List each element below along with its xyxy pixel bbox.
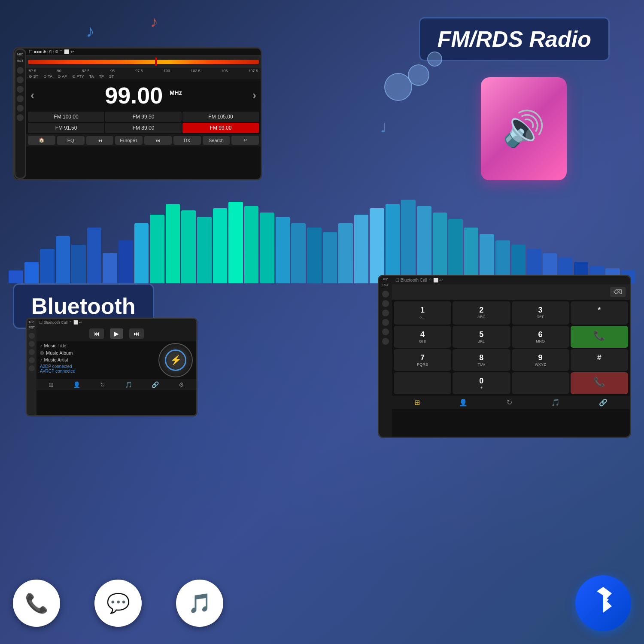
dialer-nav-recent[interactable]: ↻	[507, 398, 512, 407]
bt-track-info-panel: ♪ Music Title ◎ Music Album ♪ Music Arti…	[40, 343, 155, 377]
fm-preset-3[interactable]: FM 105.00	[182, 112, 259, 122]
fm-btn-next[interactable]: ⏭	[144, 136, 172, 145]
fm-bottom-controls: 🏠 EQ ⏮ Europe1 ⏭ DX Search ↩	[26, 134, 261, 146]
fm-btn-prev[interactable]: ⏮	[86, 136, 114, 145]
dialer-key-2[interactable]: 2 ABC	[453, 301, 510, 325]
dialer-key-hash[interactable]: #	[571, 349, 628, 371]
bt-next-button[interactable]: ⏭	[129, 328, 144, 339]
bt-status-icons: ☐ Bluetooth Call ⌃ ⬜ ↩	[39, 320, 82, 325]
dialer-screen: MIC RST ☐ Bluetooth Call ⌃ ⬜ ↩ ⌫ 1 ○＿ 2 …	[378, 275, 631, 438]
bt-nav-apps[interactable]: ⊞	[49, 381, 54, 388]
dialer-status-bar: ☐ Bluetooth Call ⌃ ⬜ ↩	[392, 276, 630, 284]
bt-track-title: Music Title	[44, 343, 67, 348]
eq-bar-12	[181, 210, 196, 283]
dialer-main-content: ☐ Bluetooth Call ⌃ ⬜ ↩ ⌫ 1 ○＿ 2 ABC 3 DE…	[392, 276, 630, 409]
dialer-key-7[interactable]: 7 PQRS	[394, 349, 451, 371]
dialer-key-1[interactable]: 1 ○＿	[394, 301, 451, 325]
phone-feature-icon[interactable]: 📞	[13, 580, 60, 627]
fm-side-icon-6[interactable]	[17, 114, 24, 121]
fm-btn-home[interactable]: 🏠	[28, 136, 55, 145]
dialer-side-icon-6[interactable]	[382, 338, 389, 345]
dialer-key-3[interactable]: 3 DEF	[512, 301, 569, 325]
message-feature-icon[interactable]: 💬	[94, 580, 142, 627]
fm-btn-dx[interactable]: DX	[173, 136, 201, 145]
fm-main-content: ☐ ■●■ ✱ 01:00 ⌃ ⬜ ↩ 87.5 90 92.5 95 97.5…	[26, 49, 261, 146]
fm-preset-1[interactable]: FM 100.00	[28, 112, 104, 122]
fm-prev-arrow[interactable]: ‹	[30, 88, 34, 102]
bt-artist-name: Music Artist	[44, 357, 68, 362]
fm-side-icon-3[interactable]	[17, 86, 24, 93]
dialer-key-5[interactable]: 5 JKL	[453, 326, 510, 348]
fm-tuner-bar[interactable]	[26, 55, 261, 68]
bt-side-rst: RST	[29, 326, 35, 329]
fm-side-mic: MIC	[17, 52, 24, 56]
fm-side-icon-5[interactable]	[17, 105, 24, 112]
bt-playback-controls: ⏮ ▶ ⏭	[36, 326, 196, 341]
bt-album-row: ◎ Music Album	[40, 350, 155, 355]
bt-album-name: Music Album	[46, 350, 73, 355]
fm-preset-4[interactable]: FM 91.50	[28, 123, 104, 133]
fm-status-bar: ☐ ■●■ ✱ 01:00 ⌃ ⬜ ↩	[26, 49, 261, 55]
bt-play-button[interactable]: ▶	[110, 328, 123, 339]
fm-rds-label: FM/RDS Radio	[419, 17, 610, 61]
eq-bar-15	[228, 202, 243, 283]
dialer-key-end[interactable]: 📞	[571, 372, 628, 394]
dialer-key-6[interactable]: 6 MNO	[512, 326, 569, 348]
fm-side-icon-4[interactable]	[17, 95, 24, 102]
boombox-decoration: 🔊	[481, 77, 567, 180]
fm-freq-markers: 87.5 90 92.5 95 97.5 100 102.5 105 107.5	[26, 68, 261, 73]
dialer-key-star[interactable]: *	[571, 301, 628, 325]
eq-bar-21	[323, 232, 337, 283]
fm-next-arrow[interactable]: ›	[252, 88, 256, 102]
dialer-side-icon-1[interactable]	[382, 291, 389, 298]
dialer-nav-contacts[interactable]: 👤	[459, 398, 468, 407]
bluetooth-big-icon	[575, 575, 631, 631]
bt-nav-link[interactable]: 🔗	[152, 381, 159, 388]
fm-rds-text: FM/RDS Radio	[437, 27, 591, 52]
bt-nav-music[interactable]: 🎵	[125, 381, 132, 388]
dialer-input-row: ⌫	[392, 284, 630, 300]
eq-bar-5	[71, 245, 86, 283]
dialer-key-0[interactable]: 0 +	[453, 372, 510, 394]
dialer-nav-keypad[interactable]: ⊞	[414, 398, 420, 407]
dialer-backspace-button[interactable]: ⌫	[610, 287, 626, 297]
bt-a2dp-status: A2DP connected	[40, 364, 155, 369]
fm-preset-6-active[interactable]: FM 99.00	[182, 123, 259, 133]
fm-side-icon-home[interactable]	[17, 67, 24, 74]
fm-preset-2[interactable]: FM 99.50	[105, 112, 182, 122]
eq-bar-17	[260, 213, 274, 283]
dialer-key-call[interactable]: 📞	[571, 326, 628, 348]
fm-side-icon-2[interactable]	[17, 76, 24, 83]
dialer-bottom-nav: ⊞ 👤 ↻ 🎵 🔗	[392, 396, 630, 409]
bt-nav-settings[interactable]: ⚙	[179, 381, 184, 388]
dialer-key-9[interactable]: 9 WXYZ	[512, 349, 569, 371]
bt-nav-recent[interactable]: ↻	[100, 381, 105, 388]
dialer-nav-music[interactable]: 🎵	[551, 398, 560, 407]
dialer-side-icon-3[interactable]	[382, 310, 389, 316]
bt-side-icon-3[interactable]	[29, 349, 35, 355]
dialer-side-icon-4[interactable]	[382, 319, 389, 326]
bt-nav-contacts[interactable]: 👤	[73, 381, 80, 388]
music-feature-icon[interactable]: 🎵	[176, 580, 223, 627]
fm-freq-unit: MHz	[170, 89, 182, 96]
dialer-side-icon-5[interactable]	[382, 328, 389, 335]
fm-btn-europe1[interactable]: Europe1	[115, 136, 143, 145]
dialer-side-rst: RST	[383, 283, 389, 286]
bluetooth-symbol	[588, 585, 618, 622]
fm-btn-search[interactable]: Search	[203, 136, 230, 145]
eq-bar-9	[134, 223, 149, 283]
bt-side-icon-2[interactable]	[29, 341, 35, 347]
fm-btn-eq[interactable]: EQ	[57, 136, 85, 145]
fm-btn-back[interactable]: ↩	[231, 136, 259, 145]
bt-side-icon-5[interactable]	[29, 365, 35, 371]
dialer-nav-link[interactable]: 🔗	[599, 398, 608, 407]
bt-prev-button[interactable]: ⏮	[89, 328, 104, 339]
dialer-key-8[interactable]: 8 TUV	[453, 349, 510, 371]
dialer-key-4[interactable]: 4 GHI	[394, 326, 451, 348]
fm-tuner-track	[28, 60, 259, 64]
dialer-side-icon-2[interactable]	[382, 300, 389, 307]
bottom-feature-icons: 📞 💬 🎵	[13, 580, 223, 627]
bt-side-icon-1[interactable]	[29, 333, 35, 339]
fm-preset-5[interactable]: FM 89.00	[105, 123, 182, 133]
bt-side-icon-4[interactable]	[29, 357, 35, 363]
